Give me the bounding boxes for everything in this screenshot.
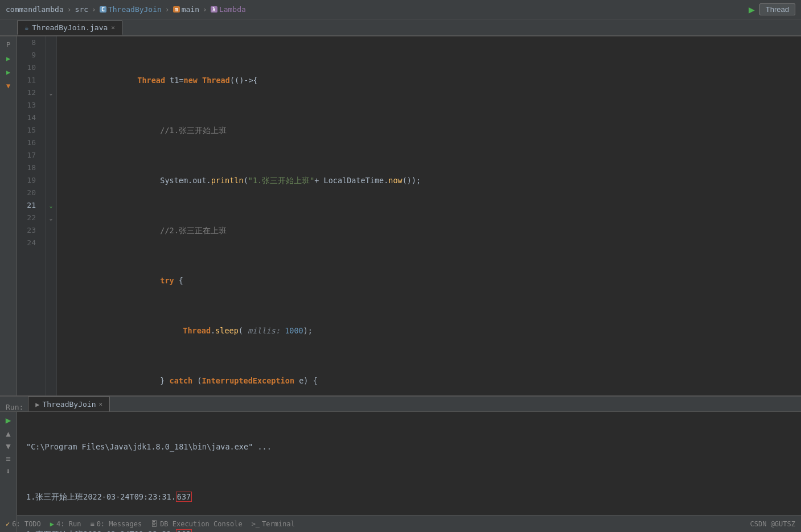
gutter: ⌄ ⌄ ⌄	[46, 36, 57, 395]
bottom-tab-bar: Run: ▶ ThreadByJoin ×	[0, 397, 801, 412]
class-icon: C	[100, 6, 106, 13]
tab-bar: ☕ ThreadByJoin.java ×	[0, 19, 801, 36]
watermark: CSDN @GUTSZ	[750, 520, 795, 528]
run-tab-threadbyjoin[interactable]: ▶ ThreadByJoin ×	[28, 397, 110, 411]
status-db[interactable]: 🗄 DB Execution Console	[151, 520, 243, 528]
status-todo[interactable]: ✓ 6: TODO	[6, 520, 41, 528]
code-line-11: //2.张三正在上班	[68, 224, 801, 237]
run-tab-close[interactable]: ×	[98, 401, 102, 408]
align-icon[interactable]: ≡	[6, 454, 10, 463]
db-icon: 🗄	[151, 520, 158, 528]
output-content: "C:\Program Files\Java\jdk1.8.0_181\bin\…	[17, 412, 801, 532]
code-line-9: //1.张三开始上班	[68, 124, 801, 137]
thread-button[interactable]: Thread	[759, 3, 795, 15]
output-highlight-1: 637	[176, 492, 192, 502]
fold-arrow-22[interactable]: ⌄	[49, 215, 52, 221]
tab-label: ThreadByJoin.java	[32, 23, 108, 32]
output-area: ▶ ▲ ▼ ≡ ⬇ "C:\Program Files\Java\jdk1.8.…	[0, 412, 801, 532]
todo-icon: ✓	[6, 520, 10, 528]
code-editor[interactable]: 8 9 10 11 12 13 14 15 16 17 18 19 20 21 …	[17, 36, 801, 395]
java-file-icon: ☕	[24, 24, 28, 32]
code-line-10: System.out.println("1.张三开始上班"+ LocalDate…	[68, 174, 801, 187]
stop-sidebar-icon[interactable]: ▼	[3, 80, 14, 92]
run-panel-left: ▶ ▲ ▼ ≡ ⬇	[0, 412, 17, 532]
left-sidebar: P ▶ ▶ ▼	[0, 36, 17, 395]
method-icon: m	[173, 6, 180, 13]
breadcrumb-main[interactable]: m main	[173, 5, 199, 14]
code-line-8: Thread t1=new Thread(()->{	[68, 74, 801, 86]
tab-close-button[interactable]: ×	[111, 24, 115, 31]
status-run[interactable]: ▶ 4: Run	[50, 520, 81, 528]
run-sidebar-icon[interactable]: ▶	[3, 53, 14, 64]
breadcrumb: commandlambda › src › C ThreadByJoin › m…	[6, 5, 246, 14]
output-highlight-2: 103	[176, 529, 192, 532]
pin-icon[interactable]: ⬇	[6, 467, 10, 476]
fold-arrow-12[interactable]: ⌄	[49, 90, 52, 96]
breadcrumb-right: ▶ Thread	[749, 3, 795, 15]
terminal-icon: >_	[252, 520, 260, 528]
code-line-14: } catch (InterruptedException e) {	[68, 374, 801, 387]
scroll-up-button[interactable]: ▲	[6, 429, 10, 438]
breadcrumb-threadbyjoin[interactable]: C ThreadByJoin	[100, 5, 162, 14]
code-line-13: Thread.sleep( millis: 1000);	[68, 324, 801, 337]
file-tab-threadbyjoin[interactable]: ☕ ThreadByJoin.java ×	[17, 20, 122, 35]
breadcrumb-commandlambda[interactable]: commandlambda	[6, 5, 64, 14]
run-tab-icon: ▶	[35, 401, 39, 409]
scroll-down-button[interactable]: ▼	[6, 442, 10, 451]
output-line-0: "C:\Program Files\Java\jdk1.8.0_181\bin\…	[26, 440, 792, 453]
run-icon: ▶	[749, 3, 755, 15]
lambda-icon: λ	[211, 6, 217, 13]
run-tab-label: ThreadByJoin	[43, 400, 96, 409]
breadcrumb-bar: commandlambda › src › C ThreadByJoin › m…	[0, 0, 801, 19]
bottom-panel: Run: ▶ ThreadByJoin × ▶ ▲ ▼ ≡ ⬇ "C:\Prog…	[0, 395, 801, 515]
run2-sidebar-icon[interactable]: ▶	[3, 67, 14, 78]
editor-area: P ▶ ▶ ▼ 8 9 10 11 12 13 14 15 16 17 18 1…	[0, 36, 801, 395]
output-line-2: 1.李四开始上班2022-03-24T09:23:32.103	[26, 528, 792, 532]
run-label: Run:	[6, 403, 23, 411]
output-line-1: 1.张三开始上班2022-03-24T09:23:31.637	[26, 490, 792, 503]
breakpoint-icon: ⌄	[49, 203, 52, 209]
code-content[interactable]: Thread t1=new Thread(()->{ //1.张三开始上班 Sy…	[57, 36, 801, 395]
status-terminal[interactable]: >_ Terminal	[252, 520, 295, 528]
code-line-12: try {	[68, 274, 801, 287]
status-messages[interactable]: ≡ 0: Messages	[90, 520, 142, 528]
breadcrumb-src[interactable]: src	[75, 5, 88, 14]
messages-icon: ≡	[90, 520, 94, 528]
breadcrumb-lambda[interactable]: λ Lambda	[211, 5, 246, 14]
run-again-button[interactable]: ▶	[6, 415, 11, 426]
line-numbers: 8 9 10 11 12 13 14 15 16 17 18 19 20 21 …	[17, 36, 46, 395]
status-left: ✓ 6: TODO ▶ 4: Run ≡ 0: Messages 🗄 DB Ex…	[6, 520, 295, 528]
run-status-icon: ▶	[50, 520, 54, 528]
project-icon: P	[3, 39, 14, 51]
